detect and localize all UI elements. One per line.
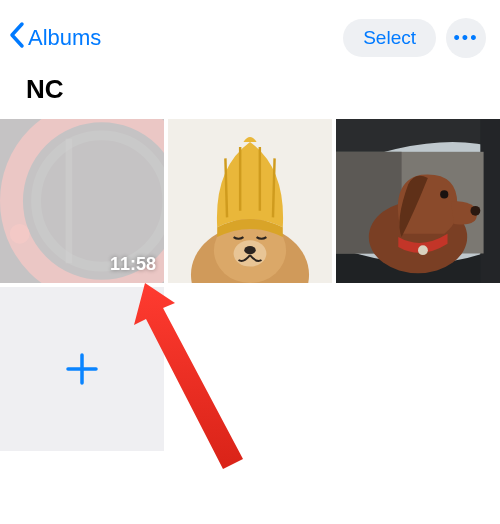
add-photo-tile[interactable] <box>0 287 164 451</box>
plus-icon <box>64 351 100 387</box>
more-button[interactable]: ••• <box>446 18 486 58</box>
svg-point-17 <box>418 245 428 255</box>
album-title: NC <box>0 68 500 119</box>
photo-grid: 11:58 <box>0 119 500 451</box>
back-label: Albums <box>28 25 101 51</box>
svg-point-15 <box>470 206 480 216</box>
svg-point-9 <box>244 246 255 254</box>
back-button[interactable]: Albums <box>8 21 101 55</box>
svg-point-16 <box>440 190 448 198</box>
header: Albums Select ••• <box>0 0 500 68</box>
video-duration: 11:58 <box>110 254 156 275</box>
select-button[interactable]: Select <box>343 19 436 57</box>
grid-tile-photo[interactable] <box>336 119 500 283</box>
more-icon: ••• <box>454 28 479 49</box>
header-actions: Select ••• <box>343 18 486 58</box>
grid-tile-photo[interactable] <box>168 119 332 283</box>
chevron-left-icon <box>8 21 26 55</box>
thumbnail-image <box>336 119 500 283</box>
grid-tile-video[interactable]: 11:58 <box>0 119 164 283</box>
thumbnail-image <box>168 119 332 283</box>
